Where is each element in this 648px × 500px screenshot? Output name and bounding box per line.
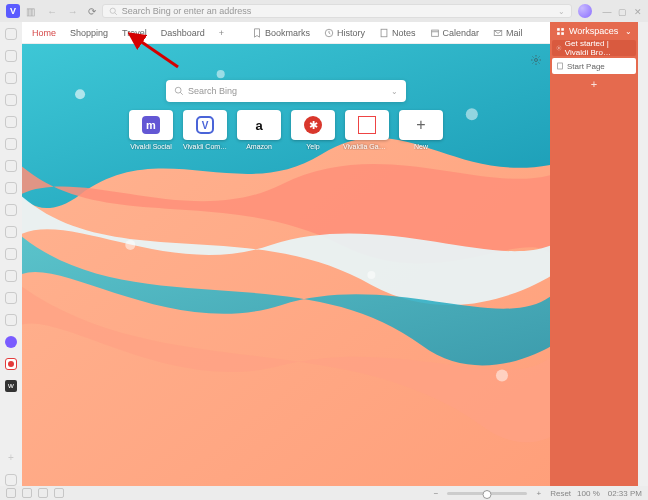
speed-dial-tile[interactable]: ✱ Yelp [289, 110, 337, 150]
nav-link-dashboard[interactable]: Dashboard [161, 28, 205, 38]
rail-settings-icon[interactable] [5, 474, 17, 486]
workspaces-icon [556, 27, 565, 36]
svg-rect-10 [561, 32, 564, 35]
rail-icon[interactable] [5, 292, 17, 304]
nav-arrows: ← → [43, 6, 82, 17]
workspace-add-button[interactable]: + [550, 78, 638, 90]
title-bar: V ▥ ← → ⟳ Search Bing or enter an addres… [0, 0, 648, 22]
maximize-button[interactable]: ▢ [618, 7, 627, 17]
rail-icon[interactable] [5, 248, 17, 260]
vivaldi-icon: V [196, 116, 214, 134]
nav-link-travel[interactable]: Travel [122, 28, 147, 38]
back-button[interactable]: ← [47, 6, 57, 17]
tile-label: Vivaldi Social [130, 143, 172, 150]
rail-icon[interactable] [5, 28, 17, 40]
nav-calendar[interactable]: Calendar [430, 28, 480, 38]
svg-point-0 [110, 8, 115, 13]
startpage-settings-icon[interactable] [530, 52, 542, 70]
zoom-reset-button[interactable]: Reset [550, 489, 571, 498]
svg-point-14 [75, 89, 85, 99]
svg-point-11 [558, 47, 559, 48]
minimize-button[interactable]: — [602, 7, 611, 17]
svg-point-21 [175, 87, 181, 93]
close-button[interactable]: ✕ [634, 7, 642, 17]
clock: 02:33 PM [608, 489, 642, 498]
rail-icon[interactable] [5, 116, 17, 128]
rail-web-panel-icon[interactable]: w [5, 380, 17, 392]
status-icon[interactable] [54, 488, 64, 498]
svg-rect-8 [561, 28, 564, 31]
reload-button[interactable]: ⟳ [88, 6, 96, 17]
svg-line-1 [114, 12, 116, 14]
tile-label: Vivaldi Com… [183, 143, 227, 150]
yelp-icon: ✱ [304, 116, 322, 134]
rail-web-panel-icon[interactable] [5, 336, 17, 348]
address-bar[interactable]: Search Bing or enter an address ⌄ [102, 4, 573, 18]
speed-dial-search-placeholder: Search Bing [188, 86, 237, 96]
search-engine-dropdown-icon[interactable]: ⌄ [391, 87, 398, 96]
panel-toggle-icon[interactable]: ▥ [26, 6, 35, 17]
svg-rect-4 [431, 30, 438, 36]
rail-icon[interactable] [5, 182, 17, 194]
svg-point-16 [466, 108, 478, 120]
workspace-tab[interactable]: Get started | Vivaldi Bro… [552, 40, 636, 56]
svg-point-17 [125, 240, 135, 250]
search-icon [109, 7, 118, 16]
panel-rail: w + [0, 22, 22, 486]
nav-bookmarks[interactable]: Bookmarks [252, 28, 310, 38]
workspace-tab-active[interactable]: Start Page [552, 58, 636, 74]
speed-dial-search[interactable]: Search Bing ⌄ [166, 80, 406, 102]
workspaces-title: Workspaces [569, 26, 618, 36]
speed-dial-tile[interactable]: Vivaldia Games [343, 110, 391, 150]
page-icon [556, 62, 564, 70]
zoom-slider[interactable] [447, 492, 527, 495]
right-gutter [638, 22, 648, 486]
rail-icon[interactable] [5, 226, 17, 238]
window-controls: — ▢ ✕ [598, 6, 642, 17]
workspace-tab-label: Get started | Vivaldi Bro… [565, 39, 632, 57]
rail-icon[interactable] [5, 94, 17, 106]
zoom-in-button[interactable]: + [536, 489, 541, 498]
speed-dial-tile[interactable]: V Vivaldi Com… [181, 110, 229, 150]
svg-rect-9 [557, 32, 560, 35]
svg-point-18 [367, 271, 375, 279]
nav-add-button[interactable]: + [219, 28, 224, 38]
rail-icon[interactable] [5, 50, 17, 62]
profile-avatar[interactable] [578, 4, 592, 18]
status-icon[interactable] [22, 488, 32, 498]
nav-link-home[interactable]: Home [32, 28, 56, 38]
search-icon [174, 86, 184, 96]
rail-icon[interactable] [5, 204, 17, 216]
forward-button[interactable]: → [68, 6, 78, 17]
svg-line-22 [180, 92, 183, 95]
nav-mail[interactable]: Mail [493, 28, 523, 38]
tile-label: New [414, 143, 428, 150]
speed-dial-tile[interactable]: a Amazon [235, 110, 283, 150]
rail-icon[interactable] [5, 160, 17, 172]
tile-label: Vivaldia Games [343, 143, 391, 150]
address-dropdown-icon[interactable]: ⌄ [558, 7, 565, 16]
svg-rect-3 [381, 29, 387, 37]
rail-icon[interactable] [5, 270, 17, 282]
bookmark-bar: Home Shopping Travel Dashboard + Bookmar… [22, 22, 550, 44]
speed-dial-add-tile[interactable]: + New [397, 110, 445, 150]
status-bar: − + Reset 100 % 02:33 PM [0, 486, 648, 500]
nav-link-shopping[interactable]: Shopping [70, 28, 108, 38]
rail-icon[interactable] [5, 314, 17, 326]
rail-icon[interactable] [5, 138, 17, 150]
rail-add-panel-icon[interactable]: + [5, 452, 17, 464]
nav-notes[interactable]: Notes [379, 28, 416, 38]
workspaces-header[interactable]: Workspaces ⌄ [550, 22, 638, 40]
nav-history[interactable]: History [324, 28, 365, 38]
speed-dial-tile[interactable]: m Vivaldi Social [127, 110, 175, 150]
rail-icon[interactable] [5, 72, 17, 84]
tile-label: Yelp [306, 143, 319, 150]
gear-icon [556, 44, 562, 52]
status-icon[interactable] [38, 488, 48, 498]
vivaldia-icon [358, 116, 376, 134]
status-icon[interactable] [6, 488, 16, 498]
zoom-out-button[interactable]: − [434, 489, 439, 498]
rail-web-panel-icon[interactable] [5, 358, 17, 370]
speed-dial-grid: m Vivaldi Social V Vivaldi Com… a Amazon… [127, 110, 445, 150]
app-logo-icon: V [6, 4, 20, 18]
